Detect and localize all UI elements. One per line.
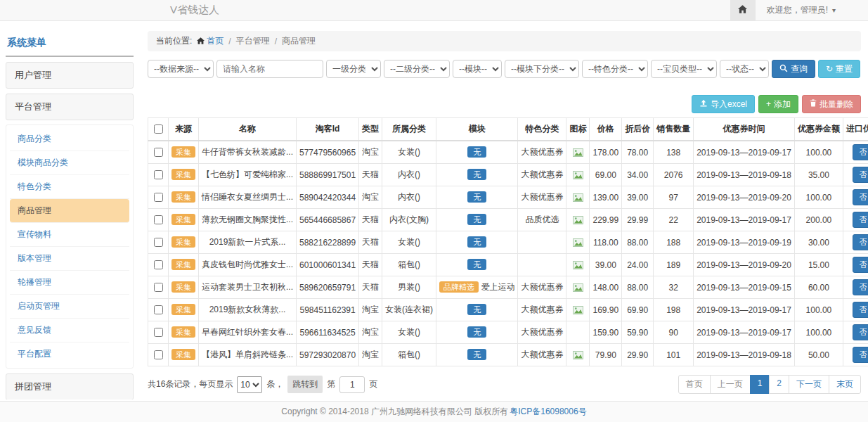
product-name: 早春网红针织外套女春... (199, 321, 297, 344)
sidebar-item-12[interactable]: 拼团管理 (6, 373, 134, 399)
filter-select[interactable]: --数据来源-- (148, 60, 214, 78)
price: 229.99 (590, 209, 622, 231)
imported-toggle[interactable]: 否 (853, 234, 868, 250)
row-checkbox[interactable] (154, 215, 163, 224)
coupon-amount: 100.00 (794, 321, 843, 344)
breadcrumb-home-link[interactable]: 首页 (197, 35, 224, 47)
imported-toggle[interactable]: 否 (853, 302, 868, 318)
page-jump-input[interactable] (339, 376, 365, 393)
sidebar-item-8[interactable]: 轮播管理 (10, 271, 129, 295)
home-button[interactable] (730, 0, 756, 20)
product-name: 情侣睡衣女夏丝绸男士... (199, 186, 297, 209)
imported-toggle[interactable]: 否 (853, 279, 868, 295)
batch-delete-button[interactable]: 批量删除 (802, 95, 861, 113)
sidebar-item-3[interactable]: 模块商品分类 (10, 151, 129, 175)
sidebar-item-2[interactable]: 商品分类 (10, 127, 129, 151)
feature-category: 大额优惠券 (518, 186, 566, 209)
batch-delete-icon (810, 99, 817, 109)
row-checkbox[interactable] (154, 238, 163, 247)
add-button[interactable]: + 添加 (758, 95, 798, 113)
imported-toggle[interactable]: 否 (853, 144, 868, 160)
pager-item[interactable]: 首页 (678, 375, 711, 394)
sidebar-item-11[interactable]: 平台配置 (10, 343, 129, 366)
search-button[interactable]: 查询 (772, 60, 815, 78)
imported-toggle[interactable]: 否 (853, 347, 868, 363)
category: 箱包() (382, 254, 436, 276)
discount-price: 69.90 (622, 299, 654, 321)
pager-item[interactable]: 上一页 (710, 375, 751, 394)
pager-item[interactable]: 2 (769, 375, 789, 394)
source-badge: 采集 (171, 304, 195, 315)
price: 169.90 (590, 299, 622, 321)
footer: Copyright © 2014-2018 广州九驰网络科技有限公司 版权所有 … (0, 401, 868, 422)
sales-count: 22 (654, 209, 694, 231)
per-page-select[interactable]: 10 (237, 376, 262, 393)
imported-toggle[interactable]: 否 (853, 189, 868, 205)
filter-select[interactable]: --特色分类-- (582, 60, 648, 78)
row-checkbox[interactable] (154, 170, 163, 179)
sidebar-item-4[interactable]: 特色分类 (10, 175, 129, 199)
breadcrumb-separator: / (228, 37, 231, 46)
select-all-checkbox[interactable] (154, 124, 163, 134)
sidebar-item-9[interactable]: 启动页管理 (10, 295, 129, 319)
imported-toggle[interactable]: 否 (853, 257, 868, 273)
coupon-amount: 35.00 (794, 164, 843, 186)
pager-item[interactable]: 1 (750, 375, 770, 394)
filter-select[interactable]: --宝贝类型-- (651, 60, 717, 78)
source-badge: 采集 (171, 146, 195, 158)
column-header: 销售数量 (654, 118, 694, 141)
module-badge: 无 (467, 259, 486, 270)
taoke-id: 577479560965 (297, 141, 359, 164)
icp-link[interactable]: 粤ICP备16098006号 (510, 406, 586, 418)
records-summary: 共16条记录，每页显示 (148, 378, 233, 390)
products-table: 来源名称淘客Id类型所属分类模块特色分类图标价格折后价销售数量优惠券时间优惠券金… (148, 117, 868, 366)
price: 148.00 (590, 276, 622, 299)
row-checkbox[interactable] (154, 148, 163, 157)
category: 女装(连衣裙) (382, 299, 436, 321)
imported-toggle[interactable]: 否 (853, 212, 868, 228)
filter-select[interactable]: --模块-- (453, 60, 502, 78)
jump-button[interactable]: 跳转到 (287, 376, 323, 393)
user-menu[interactable]: 欢迎您，管理员! ▾ (756, 4, 868, 16)
coupon-time: 2019-09-13—2019-09-17 (694, 209, 795, 231)
thumbnail-icon (573, 283, 583, 292)
sales-count: 101 (654, 344, 694, 366)
reset-button[interactable]: ↻ 重置 (818, 60, 860, 78)
imported-toggle[interactable]: 否 (853, 324, 868, 340)
filter-select[interactable]: --状态-- (720, 60, 769, 78)
product-name: 薄款无钢圈文胸聚拢性... (199, 209, 297, 231)
sidebar-item-5[interactable]: 商品管理 (10, 199, 129, 223)
row-checkbox[interactable] (154, 328, 163, 337)
sidebar-item-0[interactable]: 用户管理 (6, 62, 134, 89)
row-checkbox[interactable] (154, 283, 163, 292)
filter-select[interactable]: 一级分类 (326, 60, 381, 78)
row-checkbox[interactable] (154, 305, 163, 314)
taoke-id: 589620659791 (297, 276, 359, 299)
table-row: 采集早春网红针织外套女春...596611634525淘宝女装()无大额优惠券1… (148, 321, 868, 344)
imported-toggle[interactable]: 否 (853, 167, 868, 183)
breadcrumb-separator: / (275, 37, 277, 46)
table-row: 采集【七色纺】可爱纯棉家...588869917501天猫内衣()无大额优惠券6… (148, 164, 868, 186)
pager-item[interactable]: 末页 (829, 375, 861, 394)
category: 内衣(文胸) (382, 209, 436, 231)
row-checkbox[interactable] (154, 193, 163, 202)
coupon-amount: 200.00 (794, 209, 843, 231)
filter-select[interactable]: --二级分类-- (384, 60, 450, 78)
column-header: 优惠券时间 (694, 118, 795, 141)
price: 118.00 (590, 231, 622, 254)
row-checkbox[interactable] (154, 350, 163, 359)
import-icon (699, 99, 708, 110)
pager-item[interactable]: 下一页 (789, 375, 829, 394)
taoke-id: 565446685867 (297, 209, 359, 231)
sidebar-item-7[interactable]: 版本管理 (10, 247, 129, 271)
name-search-input[interactable] (216, 60, 323, 78)
row-checkbox[interactable] (154, 260, 163, 269)
shop-type: 淘宝 (359, 186, 382, 209)
filter-select[interactable]: --模块下分类-- (505, 60, 579, 78)
search-icon (779, 64, 788, 75)
sidebar-item-1[interactable]: 平台管理 (6, 94, 134, 120)
sidebar-item-6[interactable]: 宣传物料 (10, 223, 129, 247)
import-excel-button[interactable]: 导入excel (692, 95, 755, 113)
sidebar-item-10[interactable]: 意见反馈 (10, 319, 129, 343)
breadcrumb-item: 商品管理 (282, 35, 316, 47)
